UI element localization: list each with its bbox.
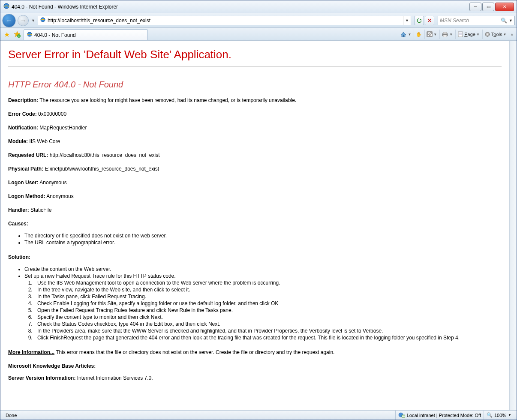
- print-button[interactable]: ▼: [439, 30, 454, 39]
- field-physical-path: Physical Path: E:\inetpub\wwwroot\this_r…: [8, 166, 502, 172]
- address-input[interactable]: [48, 18, 403, 24]
- chevron-down-icon: ▼: [449, 33, 453, 36]
- refresh-button[interactable]: [415, 16, 424, 25]
- scrollbar-vertical[interactable]: [509, 41, 517, 410]
- solution-heading: Solution:: [8, 254, 502, 260]
- field-notification: Notification: MapRequestHandler: [8, 125, 502, 131]
- chevron-down-icon: ▼: [503, 33, 507, 36]
- svg-line-25: [489, 33, 489, 33]
- causes-heading: Causes:: [8, 221, 502, 227]
- field-description: Description: The resource you are lookin…: [8, 97, 502, 103]
- causes-list: The directory or file specified does not…: [8, 233, 502, 246]
- list-item: Open the Failed Request Tracing Rules fe…: [34, 307, 502, 313]
- stop-button[interactable]: ✕: [425, 16, 434, 25]
- ie-icon: [3, 3, 10, 11]
- tools-menu-label: Tools: [491, 32, 502, 37]
- svg-point-8: [428, 35, 429, 36]
- solution-list: Create the content on the Web server. Se…: [8, 266, 502, 279]
- address-bar[interactable]: ▼: [38, 16, 411, 25]
- tab-favicon-icon: [27, 31, 33, 39]
- list-item: Create the content on the Web server.: [24, 266, 502, 272]
- home-button[interactable]: ▼: [398, 30, 413, 39]
- more-information-link[interactable]: More Information...: [8, 349, 54, 355]
- list-item: The URL contains a typographical error.: [24, 240, 502, 246]
- search-placeholder: MSN Search: [440, 18, 469, 24]
- svg-rect-11: [443, 35, 447, 37]
- chevron-down-icon: ▼: [408, 33, 411, 36]
- list-item: Specify the content type to monitor and …: [34, 314, 502, 320]
- list-item: Click FinishRequest the page that genera…: [34, 335, 502, 341]
- page-content: Server Error in 'Default Web Site' Appli…: [0, 41, 509, 410]
- list-item: Set up a new Failed Request Trace rule f…: [24, 273, 502, 279]
- address-dropdown[interactable]: ▼: [403, 16, 411, 25]
- http-error-heading: HTTP Error 404.0 - Not Found: [8, 80, 502, 90]
- window-title: 404.0 - Not Found - Windows Internet Exp…: [12, 4, 469, 10]
- svg-line-24: [486, 36, 486, 36]
- tab-title: 404.0 - Not Found: [34, 32, 76, 38]
- favorites-center-button[interactable]: ★: [2, 30, 12, 39]
- status-text: Done: [3, 411, 395, 420]
- solution-steps: Use the IIS Web Management tool to open …: [8, 280, 502, 341]
- field-module: Module: IIS Web Core: [8, 138, 502, 144]
- chevron-down-icon: ▼: [476, 33, 480, 36]
- search-icon[interactable]: 🔍: [501, 18, 507, 24]
- list-item: Use the IIS Web Management tool to open …: [34, 280, 502, 286]
- kb-heading: Microsoft Knowledge Base Articles:: [8, 363, 502, 369]
- svg-rect-10: [443, 32, 447, 34]
- svg-point-17: [487, 33, 488, 35]
- maximize-button[interactable]: ▭: [482, 3, 494, 11]
- back-button[interactable]: ←: [2, 14, 16, 27]
- status-zone[interactable]: Local intranet | Protected Mode: Off: [395, 411, 484, 420]
- list-item: In the Tasks pane, click Failed Request …: [34, 294, 502, 300]
- page-menu-button[interactable]: Page ▼: [455, 30, 481, 39]
- svg-rect-12: [458, 32, 463, 37]
- titlebar: 404.0 - Not Found - Windows Internet Exp…: [0, 0, 517, 13]
- search-provider-dropdown[interactable]: ▼: [507, 18, 513, 23]
- page-favicon-icon: [40, 17, 46, 24]
- tab-bar: ★ + 404.0 - Not Found ▼ ✋ ▼: [0, 28, 517, 41]
- page-menu-label: Page: [464, 32, 475, 37]
- nav-history-dropdown[interactable]: ▼: [30, 18, 36, 23]
- hand-icon: ✋: [416, 32, 422, 37]
- feeds-button[interactable]: ▼: [424, 30, 439, 39]
- command-bar-overflow[interactable]: »: [509, 32, 515, 37]
- field-error-code: Error Code: 0x00000000: [8, 111, 502, 117]
- field-requested-url: Requested URL: http://localhost:80/this_…: [8, 152, 502, 158]
- status-zoom[interactable]: 🔍 100% ▼: [484, 411, 514, 420]
- server-version-info: Server Version Information: Internet Inf…: [8, 375, 502, 381]
- nav-bar: ← → ▼ ▼ ✕ MSN Search 🔍 ▼: [0, 13, 517, 28]
- minimize-button[interactable]: ─: [469, 3, 481, 11]
- forward-button[interactable]: →: [18, 15, 29, 26]
- chevron-down-icon: ▼: [433, 33, 437, 36]
- svg-rect-28: [402, 415, 405, 417]
- list-item: In the Providers area, make sure that th…: [34, 328, 502, 334]
- more-information: More Information... This error means tha…: [8, 349, 502, 355]
- svg-text:+: +: [18, 35, 20, 38]
- zoom-icon: 🔍: [487, 412, 493, 418]
- search-box[interactable]: MSN Search 🔍 ▼: [438, 16, 515, 25]
- chevron-down-icon: ▼: [508, 413, 511, 417]
- command-bar: ▼ ✋ ▼ ▼ Page ▼ Tools ▼ »: [398, 30, 515, 39]
- list-item: In the tree view, navigate to the Web si…: [34, 287, 502, 293]
- hand-button[interactable]: ✋: [414, 30, 424, 39]
- field-logon-user: Logon User: Anonymous: [8, 180, 502, 186]
- svg-line-22: [486, 33, 486, 33]
- status-bar: Done Local intranet | Protected Mode: Of…: [0, 410, 517, 420]
- list-item: The directory or file specified does not…: [24, 233, 502, 239]
- field-handler: Handler: StaticFile: [8, 207, 502, 213]
- add-to-favorites-button[interactable]: +: [12, 30, 22, 39]
- field-logon-method: Logon Method: Anonymous: [8, 193, 502, 199]
- svg-line-23: [489, 36, 489, 36]
- list-item: Check Enable Logging for this Site, spec…: [34, 300, 502, 306]
- tools-menu-button[interactable]: Tools ▼: [482, 30, 508, 39]
- svg-rect-6: [403, 35, 404, 37]
- close-button[interactable]: ✕: [495, 3, 514, 11]
- list-item: Check the Status Codes checkbox, type 40…: [34, 321, 502, 327]
- tab-active[interactable]: 404.0 - Not Found: [24, 29, 148, 40]
- server-error-heading: Server Error in 'Default Web Site' Appli…: [8, 48, 502, 61]
- zone-icon: [398, 412, 405, 419]
